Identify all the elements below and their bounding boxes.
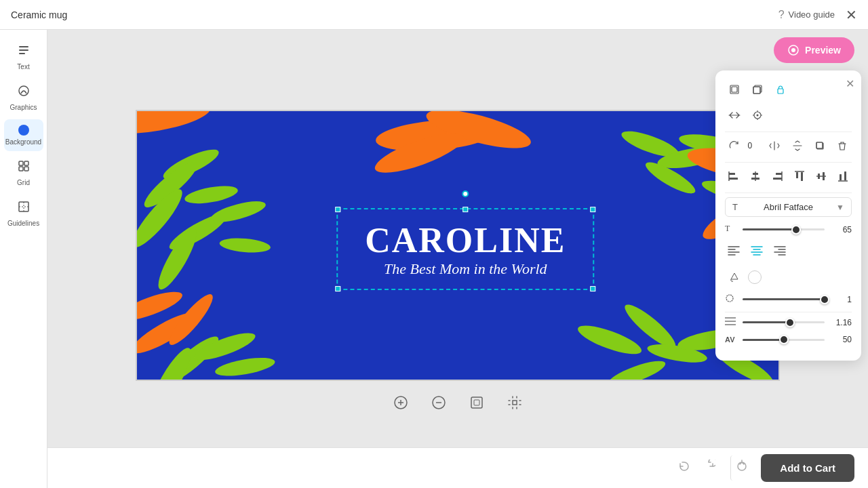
zoom-in-button[interactable] [389, 390, 413, 415]
svg-point-23 [153, 224, 203, 294]
bottom-bar: Add to Cart [47, 447, 868, 488]
opacity-thumb[interactable] [820, 295, 829, 304]
canvas-controls [389, 390, 527, 415]
design-canvas[interactable]: CAROLINE The Best Mom in the World [136, 110, 780, 381]
svg-point-43 [575, 320, 644, 359]
undo-redo-group [673, 455, 719, 481]
panel-divider-1 [725, 131, 852, 132]
sidebar-item-grid[interactable]: Grid [4, 154, 43, 192]
sidebar-item-guidelines[interactable]: Guidelines [4, 195, 43, 232]
preview-button[interactable]: Preview [774, 37, 854, 63]
opacity-icon [725, 293, 737, 305]
font-size-track[interactable] [743, 228, 825, 230]
svg-rect-8 [19, 202, 28, 211]
svg-rect-7 [24, 167, 28, 171]
opacity-track[interactable] [743, 298, 825, 300]
redo-button[interactable] [698, 455, 719, 481]
copy-button[interactable] [748, 80, 767, 99]
sidebar-item-background[interactable]: Background [4, 119, 43, 151]
svg-point-13 [137, 111, 213, 140]
text-element[interactable]: CAROLINE The Best Mom in the World [336, 208, 594, 290]
graphics-icon [17, 84, 31, 101]
close-button[interactable]: ✕ [846, 8, 857, 22]
font-size-row: T 65 [725, 224, 852, 235]
font-size-icon: T [725, 224, 737, 235]
text-align-center-button[interactable] [748, 242, 766, 261]
svg-rect-80 [773, 178, 782, 180]
svg-point-41 [214, 354, 276, 380]
rotation-handle[interactable] [462, 190, 469, 197]
add-to-cart-button[interactable]: Add to Cart [761, 454, 854, 482]
handle-br[interactable] [590, 286, 595, 291]
font-family-selector[interactable]: T Abril Fatface ▼ [725, 197, 852, 217]
fill-row [725, 268, 852, 287]
panel-close-button[interactable]: ✕ [846, 77, 854, 90]
font-size-value: 65 [830, 225, 852, 235]
lock-button[interactable] [771, 80, 790, 99]
panel-row-2 [725, 106, 852, 125]
video-guide-label: Video guide [789, 9, 835, 20]
svg-point-21 [209, 197, 267, 226]
svg-rect-57 [474, 400, 479, 405]
handle-tr[interactable] [590, 207, 595, 212]
panel-row-align [725, 167, 852, 186]
sidebar-grid-label: Grid [17, 179, 30, 186]
svg-rect-0 [19, 46, 28, 47]
flip-v-button[interactable] [788, 136, 806, 155]
opacity-value: 1 [830, 295, 852, 304]
duplicate-button[interactable] [810, 136, 829, 155]
svg-rect-63 [778, 89, 783, 94]
letter-spacing-track[interactable] [743, 339, 825, 341]
rotate-button[interactable] [725, 136, 743, 155]
letter-spacing-thumb[interactable] [779, 335, 789, 344]
svg-rect-73 [729, 173, 735, 175]
handle-bl[interactable] [335, 286, 340, 291]
sidebar-background-label: Background [5, 138, 41, 146]
svg-point-12 [791, 48, 795, 52]
panel-divider-3 [725, 192, 852, 193]
svg-rect-1 [19, 49, 28, 51]
line-height-thumb[interactable] [785, 318, 795, 327]
question-icon: ? [778, 9, 785, 21]
svg-point-48 [606, 357, 668, 380]
background-dot [18, 125, 29, 136]
svg-rect-83 [801, 172, 803, 181]
video-guide-link[interactable]: ? Video guide [778, 9, 835, 21]
fit-button[interactable] [465, 390, 489, 415]
align-left-button[interactable] [725, 167, 743, 186]
align-bottom-button[interactable] [834, 167, 852, 186]
font-size-thumb[interactable] [791, 225, 801, 235]
sidebar-item-text[interactable]: Text [4, 38, 43, 76]
align-right-button[interactable] [768, 167, 786, 186]
svg-rect-89 [844, 171, 846, 180]
flip-h-button[interactable] [765, 136, 783, 155]
handle-tc[interactable] [462, 207, 468, 212]
svg-rect-4 [19, 161, 23, 165]
align-top-button[interactable] [791, 167, 808, 186]
layer-button[interactable] [725, 80, 744, 99]
zoom-out-button[interactable] [427, 390, 451, 415]
text-align-left-button[interactable] [725, 242, 743, 261]
undo-button[interactable] [673, 455, 695, 481]
text-align-right-button[interactable] [771, 242, 789, 261]
align-center-v-button[interactable] [747, 167, 764, 186]
svg-point-18 [183, 183, 239, 207]
svg-rect-74 [729, 178, 738, 180]
handle-tl[interactable] [335, 207, 340, 212]
fill-color-swatch[interactable] [748, 270, 762, 284]
sidebar-item-graphics[interactable]: Graphics [4, 79, 43, 117]
panel-row-3: 0 [725, 136, 852, 155]
pan-button[interactable] [502, 390, 527, 415]
top-bar: Ceramic mug ? Video guide ✕ [0, 0, 868, 30]
align-middle-button[interactable] [812, 167, 830, 186]
top-bar-left: Ceramic mug [11, 9, 67, 20]
line-height-icon [725, 317, 737, 328]
fill-color-button[interactable] [725, 268, 744, 287]
top-bar-right: ? Video guide ✕ [778, 8, 857, 22]
svg-point-65 [757, 115, 759, 117]
refresh-button[interactable] [730, 455, 753, 481]
center-button[interactable] [748, 106, 767, 125]
line-height-track[interactable] [743, 321, 825, 323]
move-horizontal-button[interactable] [725, 106, 744, 125]
delete-button[interactable] [833, 136, 852, 155]
